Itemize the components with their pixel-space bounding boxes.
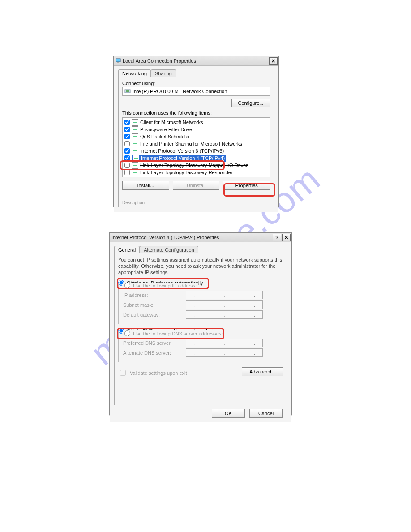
protocol-icon — [132, 169, 138, 176]
network-icon — [116, 58, 121, 64]
dns-preferred-input: ... — [186, 339, 263, 347]
list-item[interactable]: Link-Layer Topology Discovery Responder — [124, 169, 269, 176]
item-label: Link-Layer Topology Discovery Mapper I/O… — [140, 163, 268, 168]
cancel-button[interactable]: Cancel — [249, 409, 283, 418]
radio-ip-manual-row[interactable]: Use the following IP address: — [123, 283, 198, 288]
protocol-icon — [132, 141, 138, 147]
help-button[interactable]: ? — [273, 234, 281, 241]
protocol-icon — [133, 155, 139, 162]
validate-settings-row[interactable]: Validate settings upon exit — [118, 369, 187, 377]
item-checkbox[interactable] — [124, 134, 130, 139]
item-checkbox[interactable] — [124, 120, 130, 125]
radio-dns-manual-label: Use the following DNS server addresses: — [133, 331, 223, 336]
dns-preferred-label: Preferred DNS server: — [123, 340, 186, 346]
validate-settings-checkbox[interactable] — [120, 370, 126, 376]
ok-button[interactable]: OK — [212, 409, 245, 418]
tab-networking[interactable]: Networking — [118, 69, 151, 77]
ip-address-label: IP address: — [123, 292, 186, 298]
gateway-input: ... — [186, 310, 263, 319]
description-heading: Description — [122, 200, 145, 205]
item-label: Link-Layer Topology Discovery Responder — [140, 170, 268, 175]
protocol-icon — [132, 133, 138, 140]
protocol-icon — [132, 148, 138, 154]
radio-dns-manual-row[interactable]: Use the following DNS server addresses: — [123, 330, 224, 336]
protocol-icon — [132, 126, 138, 133]
items-label: This connection uses the following items… — [122, 110, 270, 116]
svg-rect-0 — [116, 59, 120, 62]
list-item[interactable]: Internet Protocol Version 4 (TCP/IPv4) — [124, 154, 269, 162]
list-item[interactable]: Privacyware Filter Driver — [124, 126, 269, 133]
protocol-icon — [132, 162, 138, 169]
subnet-mask-label: Subnet mask: — [123, 302, 186, 308]
subnet-mask-input: ... — [186, 300, 263, 309]
dlg1-titlebar[interactable]: Local Area Connection Properties ✕ — [114, 56, 278, 66]
connect-using-label: Connect using: — [122, 81, 270, 86]
dlg2-titlebar[interactable]: Internet Protocol Version 4 (TCP/IPv4) P… — [110, 233, 291, 242]
list-item[interactable]: File and Printer Sharing for Microsoft N… — [124, 140, 269, 147]
item-checkbox[interactable] — [124, 127, 130, 132]
uninstall-button: Uninstall — [173, 181, 220, 190]
item-checkbox[interactable] — [124, 148, 130, 154]
tab-general[interactable]: General — [114, 246, 140, 253]
close-button[interactable]: ✕ — [282, 234, 291, 241]
dlg2-description: You can get IP settings assigned automat… — [118, 257, 283, 275]
item-label: Internet Protocol Version 6 (TCP/IPv6) — [140, 148, 268, 154]
item-label: QoS Packet Scheduler — [140, 134, 268, 139]
list-item[interactable]: Client for Microsoft Networks — [124, 119, 269, 126]
dns-alternate-input: ... — [186, 348, 263, 357]
radio-ip-manual-label: Use the following IP address: — [133, 283, 197, 288]
dlg2-title: Internet Protocol Version 4 (TCP/IPv4) P… — [111, 235, 272, 240]
item-checkbox[interactable] — [124, 163, 130, 168]
properties-button[interactable]: Properties — [223, 181, 270, 190]
tab-alternate-config[interactable]: Alternate Configuration — [140, 246, 198, 253]
list-item[interactable]: Internet Protocol Version 6 (TCP/IPv6) — [124, 147, 269, 154]
install-button[interactable]: Install... — [122, 181, 169, 190]
svg-rect-3 — [126, 90, 129, 92]
item-label: File and Printer Sharing for Microsoft N… — [140, 141, 268, 146]
ip-address-input: ... — [186, 291, 263, 299]
adapter-display: Intel(R) PRO/1000 MT Network Connection — [122, 87, 270, 96]
dns-alternate-label: Alternate DNS server: — [123, 350, 186, 356]
tab-sharing[interactable]: Sharing — [151, 69, 176, 77]
item-checkbox[interactable] — [124, 141, 130, 146]
radio-dns-manual[interactable] — [124, 330, 130, 336]
item-label: Client for Microsoft Networks — [140, 120, 268, 125]
adapter-name: Intel(R) PRO/1000 MT Network Connection — [133, 89, 227, 94]
item-checkbox[interactable] — [124, 170, 130, 175]
close-button[interactable]: ✕ — [269, 57, 278, 65]
protocol-icon — [132, 119, 138, 126]
connection-items-list[interactable]: Client for Microsoft NetworksPrivacyware… — [122, 117, 270, 177]
validate-settings-label: Validate settings upon exit — [130, 370, 187, 376]
adapter-icon — [124, 89, 131, 94]
list-item[interactable]: Link-Layer Topology Discovery Mapper I/O… — [124, 162, 269, 169]
item-checkbox[interactable] — [124, 155, 130, 161]
configure-button[interactable]: Configure... — [231, 99, 270, 107]
tcpipv4-properties-dialog: Internet Protocol Version 4 (TCP/IPv4) P… — [109, 232, 292, 415]
list-item[interactable]: QoS Packet Scheduler — [124, 133, 269, 140]
item-label: Internet Protocol Version 4 (TCP/IPv4) — [141, 155, 225, 161]
lan-properties-dialog: Local Area Connection Properties ✕ Netwo… — [113, 56, 279, 207]
advanced-button[interactable]: Advanced... — [242, 367, 283, 376]
radio-ip-manual[interactable] — [124, 283, 130, 288]
gateway-label: Default gateway: — [123, 312, 186, 317]
item-label: Privacyware Filter Driver — [140, 127, 268, 132]
dlg1-title: Local Area Connection Properties — [123, 58, 268, 64]
svg-rect-1 — [117, 62, 119, 63]
